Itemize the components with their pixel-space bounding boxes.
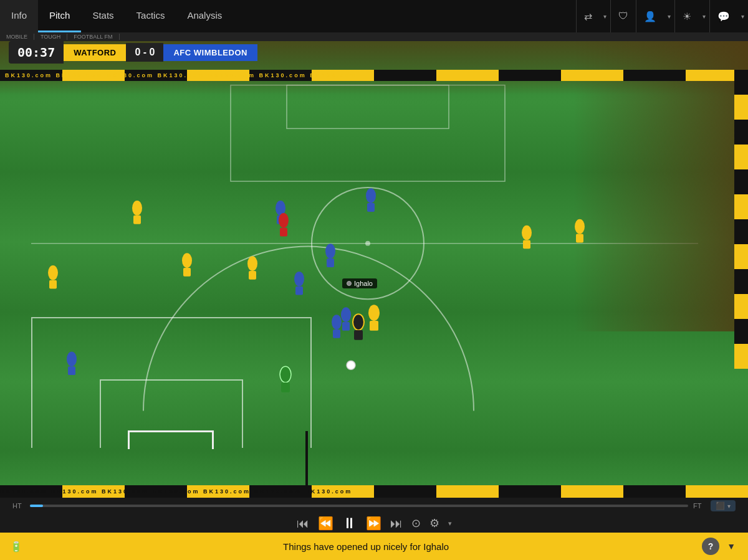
chat-icon[interactable]: 💬 — [710, 0, 737, 32]
target-btn-2[interactable]: ⊙ — [411, 516, 421, 530]
svg-point-2 — [365, 241, 370, 246]
adboard-top: BK130.com BK130.com BK130.com BK130.com … — [0, 70, 734, 81]
nav-icon-group-person: 👤 ▾ — [636, 0, 674, 32]
nav-icon-group-shield: 🛡 — [610, 0, 636, 32]
nav-item-info[interactable]: Info — [0, 0, 38, 32]
nav-icon-group-sun: ☀ ▾ — [674, 0, 709, 32]
svg-point-17 — [276, 201, 285, 216]
gear-dropdown[interactable]: ▾ — [448, 520, 452, 528]
match-score: 0 - 0 — [126, 43, 163, 62]
adboard-bottom-text: BK130.com BK130.com BK130.com BK130.com … — [0, 488, 352, 495]
svg-point-27 — [67, 352, 77, 367]
status-message: Things have opened up nicely for Ighalo — [30, 541, 702, 552]
goal-area — [100, 379, 243, 448]
player-name: Ighalo — [354, 280, 373, 287]
svg-rect-8 — [133, 216, 141, 224]
svg-rect-36 — [367, 203, 375, 212]
svg-point-7 — [132, 201, 142, 216]
svg-point-19 — [294, 272, 304, 287]
svg-point-37 — [279, 213, 289, 228]
gear-btn[interactable]: ⚙ — [429, 516, 439, 530]
svg-point-39 — [347, 361, 355, 369]
chat-dropdown[interactable]: ▾ — [737, 13, 748, 20]
svg-rect-16 — [249, 271, 256, 280]
help-button[interactable]: ? — [702, 538, 719, 555]
svg-point-29 — [280, 366, 291, 382]
svg-rect-3 — [231, 85, 505, 181]
ht-marker: HT — [12, 502, 25, 510]
svg-rect-20 — [295, 287, 303, 295]
svg-rect-12 — [354, 330, 363, 340]
svg-point-31 — [522, 225, 532, 240]
nav-item-stats[interactable]: Stats — [81, 0, 125, 32]
sponsor-bar: MOBILE TOUGH FOOTBALL FM — [0, 32, 748, 41]
adboard-bottom: BK130.com BK130.com BK130.com BK130.com … — [0, 485, 748, 498]
to-start-btn[interactable]: ⏮ — [297, 516, 309, 531]
sun-dropdown[interactable]: ▾ — [699, 13, 709, 20]
view-selector[interactable]: ⬛ ▾ — [711, 500, 736, 511]
expand-button[interactable]: ▼ — [724, 539, 738, 554]
pause-btn[interactable]: ⏸ — [342, 515, 357, 532]
timeline-row: HT FT ⬛ ▾ — [0, 498, 748, 514]
svg-rect-22 — [327, 259, 334, 267]
svg-rect-28 — [68, 366, 75, 375]
away-team-name: AFC WIMBLEDON — [163, 44, 257, 61]
status-bar: 🔋 Things have opened up nicely for Ighal… — [0, 533, 748, 560]
svg-point-9 — [182, 253, 192, 268]
svg-rect-10 — [183, 268, 191, 277]
adboard-top-text: BK130.com BK130.com BK130.com BK130.com … — [0, 72, 362, 78]
ft-marker: FT — [693, 502, 706, 510]
person-dropdown[interactable]: ▾ — [664, 13, 674, 20]
svg-point-15 — [247, 256, 257, 271]
top-navigation: Info Pitch Stats Tactics Analysis ⇄ ▾ 🛡 … — [0, 0, 748, 32]
sponsor-mobile: MOBILE — [0, 34, 34, 40]
svg-rect-38 — [280, 228, 287, 237]
nav-icon-group-arrows: ⇄ ▾ — [576, 0, 610, 32]
main-controls: HT FT ⬛ ▾ ⏮ ⏪ ⏸ ⏩ ⏭ ⊙ ⚙ ▾ — [0, 498, 748, 533]
btn-row: ⏮ ⏪ ⏸ ⏩ ⏭ ⊙ ⚙ ▾ — [0, 514, 748, 533]
scoreboard: 00:37 WATFORD 0 - 0 AFC WIMBLEDON — [9, 41, 257, 64]
nav-item-analysis[interactable]: Analysis — [176, 0, 233, 32]
pitch-divider — [305, 431, 308, 498]
to-end-btn[interactable]: ⏭ — [390, 516, 403, 531]
player-label-ighalo: Ighalo — [342, 278, 377, 288]
sponsor-football: FOOTBALL FM — [67, 34, 119, 40]
svg-point-21 — [325, 244, 335, 259]
nav-item-tactics[interactable]: Tactics — [125, 0, 176, 32]
view-square-icon: ⬛ — [716, 501, 725, 510]
svg-point-11 — [353, 314, 364, 330]
person-icon[interactable]: 👤 — [636, 0, 664, 32]
svg-rect-30 — [281, 382, 290, 392]
timeline-bar[interactable] — [30, 505, 688, 507]
svg-point-23 — [341, 307, 351, 322]
home-team-name: WATFORD — [64, 44, 126, 61]
arrows-icon[interactable]: ⇄ — [577, 0, 600, 32]
rewind-btn-2[interactable]: ⏪ — [318, 516, 333, 531]
nav-icon-group-chat: 💬 ▾ — [709, 0, 748, 32]
sponsor-tough: TOUGH — [34, 34, 67, 40]
sun-icon[interactable]: ☀ — [675, 0, 699, 32]
battery-icon: 🔋 — [10, 541, 22, 553]
player-dot — [347, 281, 352, 286]
timeline-progress — [30, 505, 43, 507]
svg-point-25 — [332, 315, 342, 330]
svg-rect-24 — [342, 322, 350, 331]
svg-point-5 — [48, 265, 58, 280]
goal-post — [128, 430, 214, 449]
svg-rect-18 — [277, 216, 284, 224]
view-arrow-icon: ▾ — [727, 503, 731, 510]
nav-item-pitch[interactable]: Pitch — [38, 0, 81, 32]
svg-rect-26 — [333, 330, 340, 338]
penalty-area — [31, 317, 312, 448]
svg-rect-32 — [523, 240, 530, 249]
svg-point-13 — [368, 305, 380, 321]
svg-rect-14 — [370, 321, 378, 331]
ffwd-btn[interactable]: ⏩ — [366, 516, 381, 531]
match-timer: 00:37 — [9, 41, 64, 64]
adboard-right — [734, 70, 748, 369]
pitch-background: BK130.com BK130.com BK130.com BK130.com … — [0, 32, 748, 498]
svg-point-35 — [366, 188, 376, 203]
svg-rect-6 — [49, 280, 57, 289]
arrows-dropdown[interactable]: ▾ — [600, 13, 610, 20]
shield-icon[interactable]: 🛡 — [611, 0, 636, 32]
